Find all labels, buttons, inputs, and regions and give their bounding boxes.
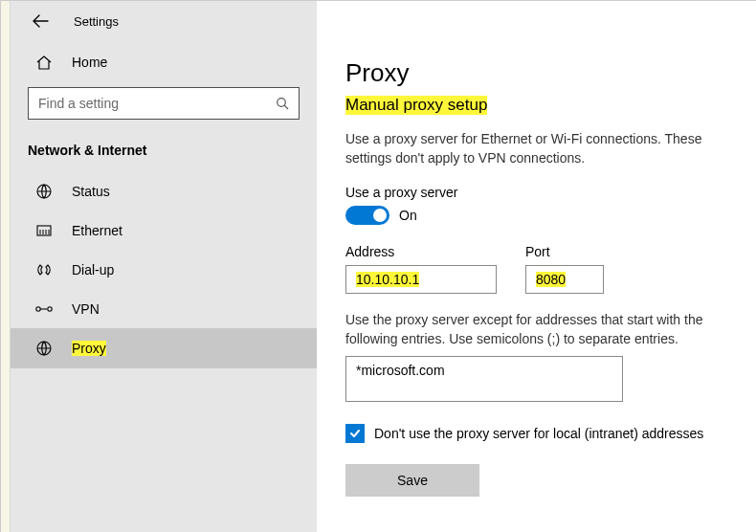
address-group: Address 10.10.10.1 (345, 244, 497, 294)
sidebar-item-label: Ethernet (72, 223, 122, 238)
status-icon (33, 183, 55, 200)
search-icon (266, 97, 299, 110)
search-container (11, 79, 317, 133)
port-group: Port 8080 (525, 244, 604, 294)
sidebar-item-vpn[interactable]: VPN (11, 290, 317, 328)
toggle-state: On (399, 208, 417, 223)
page-title: Proxy (345, 58, 737, 88)
sidebar: Settings Home Network & Intern (11, 1, 317, 532)
local-bypass-label: Don't use the proxy server for local (in… (374, 426, 703, 441)
sidebar-item-proxy[interactable]: Proxy (11, 328, 317, 368)
vpn-icon (33, 302, 55, 316)
proxy-icon (33, 340, 55, 357)
nav-home-label: Home (72, 55, 107, 70)
home-icon (33, 55, 55, 70)
port-input[interactable]: 8080 (525, 265, 604, 294)
sidebar-item-ethernet[interactable]: Ethernet (11, 211, 317, 250)
save-button[interactable]: Save (345, 464, 479, 497)
app-title: Settings (74, 14, 119, 29)
toggle-knob (373, 209, 387, 222)
sidebar-item-label: Proxy (72, 341, 106, 356)
svg-line-1 (284, 105, 288, 109)
use-proxy-toggle[interactable] (345, 206, 389, 225)
subheading: Manual proxy setup (345, 96, 487, 115)
exceptions-input[interactable] (345, 356, 623, 402)
search-box[interactable] (28, 87, 300, 120)
local-bypass-checkbox[interactable] (345, 424, 365, 443)
titlebar: Settings (11, 5, 317, 45)
use-proxy-label: Use a proxy server (345, 185, 737, 200)
local-bypass-row: Don't use the proxy server for local (in… (345, 424, 737, 443)
nav-home[interactable]: Home (11, 45, 317, 79)
section-heading: Network & Internet (11, 133, 317, 171)
ethernet-icon (33, 223, 55, 238)
port-label: Port (525, 244, 604, 259)
search-input[interactable] (29, 96, 266, 111)
sidebar-item-dialup[interactable]: Dial-up (11, 250, 317, 290)
exceptions-description: Use the proxy server except for addresse… (345, 311, 737, 348)
main-content: Proxy Manual proxy setup Use a proxy ser… (317, 1, 756, 532)
port-value: 8080 (536, 272, 566, 287)
sidebar-item-label: Status (72, 184, 110, 199)
window-edge (1, 1, 11, 532)
back-button[interactable] (28, 11, 56, 32)
sidebar-item-label: VPN (72, 301, 100, 317)
address-label: Address (345, 244, 497, 259)
sidebar-item-label: Dial-up (72, 262, 114, 277)
address-value: 10.10.10.1 (356, 272, 419, 287)
address-input[interactable]: 10.10.10.1 (345, 265, 497, 294)
svg-point-0 (278, 99, 286, 107)
address-port-row: Address 10.10.10.1 Port 8080 (345, 244, 737, 294)
svg-point-10 (48, 307, 52, 311)
sidebar-item-status[interactable]: Status (11, 171, 317, 211)
description-text: Use a proxy server for Ethernet or Wi-Fi… (345, 130, 737, 167)
toggle-row: On (345, 206, 737, 225)
svg-point-8 (36, 307, 40, 311)
dialup-icon (33, 261, 55, 278)
